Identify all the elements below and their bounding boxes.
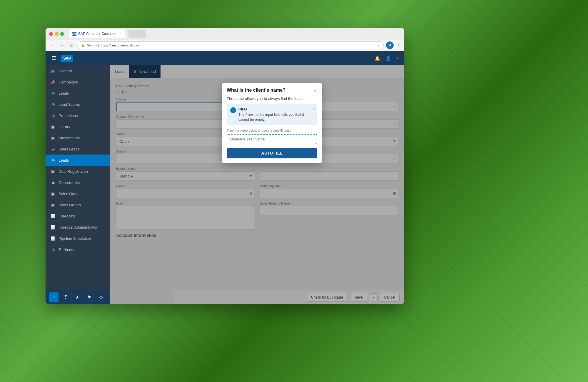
pipeline-sim-icon: 📊	[50, 236, 56, 241]
info-close-button[interactable]: ×	[313, 107, 315, 111]
territories-icon: ◎	[50, 247, 56, 252]
page-content: Leads ⊕ New Lead ··· Use Existing Accoun…	[110, 65, 404, 304]
sidebar: ▤ Content 📣 Campaigns ◎ Leads ◎ Lead Sco…	[46, 65, 110, 304]
sidebar-item-sales-orders[interactable]: ▣ Sales Orders	[46, 199, 110, 210]
sidebar-item-sales-leads[interactable]: ◎ Sales Leads	[46, 143, 110, 155]
sidebar-label-sales-quotes: Sales Quotes	[59, 192, 81, 196]
sidebar-label-lead-scores: Lead Scores	[59, 102, 80, 107]
autofill-button[interactable]: AUTOFILL	[227, 148, 317, 158]
sidebar-item-attachments[interactable]: ▣ Attachments	[46, 132, 110, 143]
opportunities-icon: ◉	[50, 180, 56, 185]
top-navigation: ☰ SAP 🔔 👤 ···	[46, 51, 404, 65]
attachments-icon: ▣	[50, 135, 56, 140]
sidebar-item-lead-scores[interactable]: ◎ Lead Scores	[46, 99, 110, 110]
notification-icon[interactable]: 🔔	[375, 56, 380, 61]
bottom-nav-list[interactable]: ≡	[49, 292, 59, 302]
forward-button[interactable]: →	[59, 42, 66, 49]
tab-favicon: SAP	[72, 32, 76, 36]
sidebar-label-territories: Territories	[59, 247, 75, 252]
secure-label: Secure |	[87, 43, 99, 47]
browser-addressbar: ← → ↻ 🔒 Secure | https://crm.ondemand.co…	[46, 40, 404, 51]
popup-close-button[interactable]: ×	[313, 88, 317, 94]
popup-dialog: What is the client's name? × The name al…	[222, 83, 322, 163]
sidebar-item-opportunities[interactable]: ◉ Opportunities	[46, 177, 110, 188]
bottom-nav-star[interactable]: ★	[73, 292, 82, 302]
info-text: The * next to the input field tells you …	[238, 112, 314, 122]
sidebar-label-opportunities: Opportunities	[59, 180, 81, 185]
sidebar-label-pipeline-sim: Pipeline Simulation	[59, 236, 91, 241]
popup-body: The name allows you to always find the l…	[222, 96, 322, 163]
sidebar-item-sales-quotes[interactable]: ▣ Sales Quotes	[46, 188, 110, 199]
browser-window: SAP SAP Cloud for Customer × ← → ↻ 🔒 Sec…	[46, 28, 404, 304]
sidebar-label-attachments: Attachments	[59, 136, 80, 140]
main-layout: ▤ Content 📣 Campaigns ◎ Leads ◎ Lead Sco…	[46, 65, 404, 304]
browser-tab[interactable]: SAP SAP Cloud for Customer ×	[69, 29, 125, 38]
sidebar-item-leads[interactable]: ◎ Leads	[46, 88, 110, 99]
info-icon: i	[230, 107, 236, 113]
sidebar-item-leads-active[interactable]: ◎ Leads	[46, 155, 110, 166]
autofill-input[interactable]	[227, 134, 317, 144]
bottom-nav-tag[interactable]: ◇	[96, 292, 106, 302]
sidebar-item-library[interactable]: ▣ Library	[46, 121, 110, 132]
traffic-lights	[49, 32, 64, 36]
more-options-button[interactable]: ···	[396, 56, 400, 60]
maximize-traffic-light[interactable]	[60, 32, 64, 36]
browser-menu-button[interactable]: ⋮	[396, 43, 401, 48]
sidebar-item-campaigns[interactable]: 📣 Campaigns	[46, 76, 110, 88]
hamburger-button[interactable]: ☰	[50, 54, 57, 63]
new-tab-area[interactable]	[128, 30, 146, 38]
info-title: INFO	[238, 107, 314, 111]
user-avatar-browser[interactable]: U	[386, 41, 394, 49]
sales-orders-icon: ▣	[50, 202, 56, 207]
bottom-nav-flag[interactable]: ⚑	[84, 292, 94, 302]
sidebar-item-forecasts[interactable]: 📊 Forecasts	[46, 210, 110, 222]
autofill-label: Type the value below or use the autofill…	[227, 129, 317, 132]
forecasts-icon: 📊	[50, 213, 56, 219]
tab-close-button[interactable]: ×	[120, 32, 121, 36]
leads-active-icon: ◎	[50, 158, 56, 163]
minimize-traffic-light[interactable]	[55, 32, 59, 36]
leads-icon: ◎	[50, 91, 56, 96]
sap-logo: SAP	[61, 55, 73, 62]
sidebar-label-campaigns: Campaigns	[59, 80, 78, 84]
reload-button[interactable]: ↻	[68, 42, 75, 49]
popup-header: What is the client's name? ×	[222, 83, 322, 96]
content-icon: ▤	[50, 68, 56, 73]
info-box: i INFO The * next to the input field tel…	[227, 104, 317, 125]
bottom-nav-clock[interactable]: ⏱	[61, 292, 70, 302]
app-content: ☰ SAP 🔔 👤 ··· ▤ Content 📣 Campaigns	[46, 51, 404, 304]
sidebar-item-forecast-admin[interactable]: 📊 Forecast Administration	[46, 222, 110, 233]
sidebar-label-deal-registration: Deal Registration	[59, 169, 88, 174]
campaigns-icon: 📣	[50, 79, 56, 85]
sidebar-label-forecast-admin: Forecast Administration	[59, 225, 98, 229]
sales-quotes-icon: ▣	[50, 191, 56, 196]
info-content: INFO The * next to the input field tells…	[238, 107, 314, 122]
address-bar[interactable]: 🔒 Secure | https://crm.ondemand.com ☆	[77, 41, 384, 49]
browser-chrome: SAP SAP Cloud for Customer × ← → ↻ 🔒 Sec…	[46, 28, 404, 51]
lock-icon: 🔒	[81, 43, 85, 47]
sidebar-item-deal-registration[interactable]: ▣ Deal Registration	[46, 166, 110, 177]
sidebar-item-territories[interactable]: ◎ Territories	[46, 244, 110, 255]
sidebar-item-pipeline-sim[interactable]: 📊 Pipeline Simulation	[46, 233, 110, 244]
sidebar-label-content: Content	[59, 69, 72, 73]
browser-titlebar: SAP SAP Cloud for Customer ×	[46, 28, 404, 40]
popup-description: The name allows you to always find the l…	[227, 96, 317, 101]
bookmark-icon[interactable]: ☆	[376, 43, 380, 48]
close-traffic-light[interactable]	[49, 32, 53, 36]
address-text: https://crm.ondemand.com	[101, 43, 139, 47]
user-icon[interactable]: 👤	[385, 56, 391, 61]
sales-leads-icon: ◎	[50, 146, 56, 152]
promotions-icon: ◎	[50, 113, 56, 118]
sidebar-label-leads-active: Leads	[59, 158, 69, 162]
top-nav-icons: 🔔 👤 ···	[375, 56, 400, 61]
sidebar-label-sales-leads: Sales Leads	[59, 147, 80, 151]
sidebar-label-leads: Leads	[59, 91, 69, 96]
sidebar-label-promotions: Promotions	[59, 113, 78, 118]
deal-registration-icon: ▣	[50, 169, 56, 174]
bottom-navigation: ≡ ⏱ ★ ⚑ ◇	[46, 290, 110, 304]
lead-scores-icon: ◎	[50, 102, 56, 107]
sidebar-item-content[interactable]: ▤ Content	[46, 65, 110, 76]
back-button[interactable]: ←	[49, 42, 56, 49]
tab-title: SAP Cloud for Customer	[78, 32, 117, 36]
sidebar-item-promotions[interactable]: ◎ Promotions	[46, 110, 110, 121]
